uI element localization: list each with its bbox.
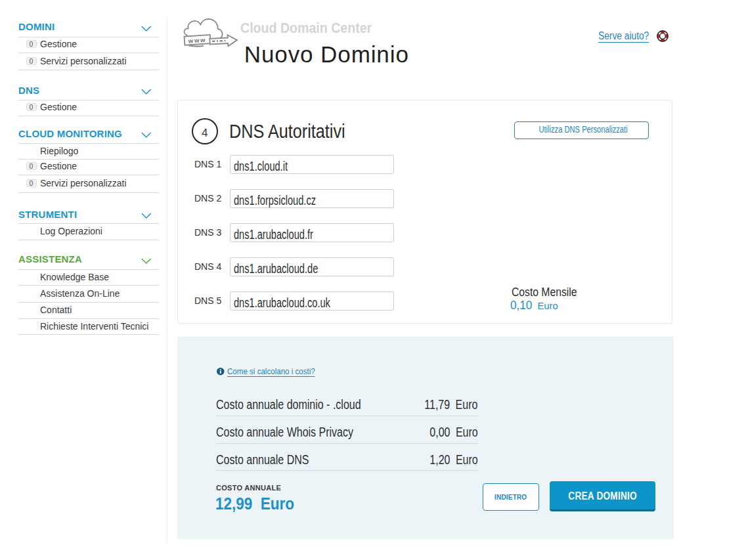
svg-text:www: www: [187, 36, 206, 45]
